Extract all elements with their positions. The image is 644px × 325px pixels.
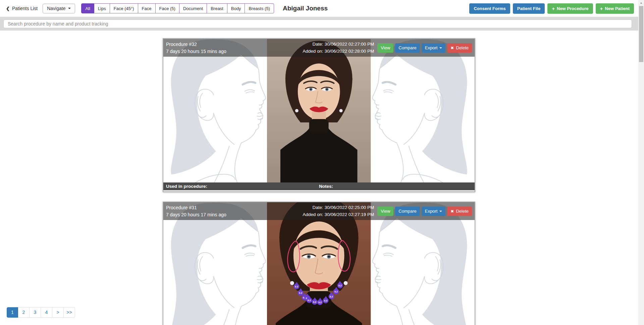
procedure-date: Date: 30/06/2022 02:27:00 PM bbox=[303, 41, 374, 48]
page-button-1[interactable]: 1 bbox=[7, 307, 18, 318]
top-navbar: ❮ Patients List Navigate AllLipsFace (45… bbox=[0, 0, 644, 17]
plus-icon: + bbox=[600, 6, 603, 11]
injection-marker[interactable]: 0.2 bbox=[312, 299, 318, 305]
filter-tab-breasts-5[interactable]: Breasts (5) bbox=[245, 3, 274, 13]
scroll-up-arrow-icon[interactable]: ▲ bbox=[638, 0, 644, 5]
filter-tab-document[interactable]: Document bbox=[179, 3, 207, 13]
navigate-dropdown[interactable]: Navigate bbox=[43, 4, 75, 13]
filter-tab-lips[interactable]: Lips bbox=[94, 3, 110, 13]
injection-marker[interactable]: 0.2 bbox=[306, 297, 312, 303]
procedure-age: 7 days 20 hours 15 mins ago bbox=[166, 48, 303, 55]
x-icon: ✖ bbox=[450, 209, 454, 214]
page-button-[interactable]: > bbox=[52, 307, 64, 318]
procedure-media: 0.20.20.30.20.20.20.20.30.20.20.2 Proced… bbox=[163, 202, 475, 325]
filter-tab-all[interactable]: All bbox=[81, 3, 94, 13]
app: ❮ Patients List Navigate AllLipsFace (45… bbox=[0, 0, 644, 325]
annotation-layer: 0.20.20.30.20.20.20.20.30.20.20.2 bbox=[267, 202, 371, 325]
procedure-added-on: Added on: 30/06/2022 02:27:19 PM bbox=[303, 211, 374, 218]
procedure-media: Procedure #32 7 days 20 hours 15 mins ag… bbox=[163, 39, 475, 182]
filter-tab-face[interactable]: Face bbox=[138, 3, 156, 13]
procedure-age: 7 days 20 hours 17 mins ago bbox=[166, 211, 303, 218]
view-button[interactable]: View bbox=[377, 207, 393, 216]
injection-marker[interactable]: 0.2 bbox=[294, 283, 300, 289]
search-band bbox=[0, 17, 644, 31]
treatment-outline-marks bbox=[267, 202, 371, 325]
export-dropdown[interactable]: Export bbox=[422, 207, 446, 216]
filter-tab-face-45[interactable]: Face (45°) bbox=[110, 3, 138, 13]
patient-photo-annotated[interactable]: 0.20.20.30.20.20.20.20.30.20.20.2 bbox=[267, 202, 371, 325]
caret-down-icon bbox=[439, 47, 442, 49]
search-input[interactable] bbox=[3, 19, 632, 28]
page-button-4[interactable]: 4 bbox=[41, 307, 52, 318]
filter-tab-body[interactable]: Body bbox=[227, 3, 245, 13]
injection-marker[interactable]: 0.2 bbox=[317, 300, 323, 305]
compare-button[interactable]: Compare bbox=[395, 207, 420, 216]
nav-action-buttons: Consent Forms Patient File + New Procedu… bbox=[469, 3, 634, 14]
delete-button[interactable]: ✖ Delete bbox=[447, 43, 472, 53]
injection-marker[interactable]: 0.2 bbox=[333, 289, 339, 294]
navigate-label: Navigate bbox=[47, 6, 65, 11]
procedure-header: Procedure #32 7 days 20 hours 15 mins ag… bbox=[163, 39, 475, 57]
procedure-title: Procedure #31 bbox=[166, 204, 303, 211]
procedure-card-32: Procedure #32 7 days 20 hours 15 mins ag… bbox=[163, 38, 475, 192]
caret-down-icon bbox=[439, 211, 442, 212]
procedure-header: Procedure #31 7 days 20 hours 17 mins ag… bbox=[163, 202, 475, 220]
delete-button[interactable]: ✖ Delete bbox=[447, 207, 472, 216]
silhouette-left-image[interactable] bbox=[163, 202, 267, 325]
patient-photo[interactable] bbox=[267, 39, 371, 182]
chevron-left-icon: ❮ bbox=[6, 6, 10, 11]
pagination: 1234>>> bbox=[7, 307, 75, 318]
patient-file-button[interactable]: Patient File bbox=[513, 3, 545, 14]
filter-tab-face-5[interactable]: Face (5) bbox=[156, 3, 179, 13]
injection-marker[interactable]: 0.3 bbox=[323, 298, 329, 304]
view-button[interactable]: View bbox=[377, 43, 393, 53]
filter-tab-group: AllLipsFace (45°)FaceFace (5)DocumentBre… bbox=[81, 3, 274, 13]
used-in-procedure-label: Used in procedure: bbox=[166, 184, 207, 189]
page-button-[interactable]: >> bbox=[64, 307, 75, 318]
filter-tab-breast[interactable]: Breast bbox=[207, 3, 227, 13]
plus-icon: + bbox=[552, 6, 555, 11]
silhouette-left-image[interactable] bbox=[163, 39, 267, 182]
compare-button[interactable]: Compare bbox=[395, 43, 420, 53]
notes-label: Notes: bbox=[319, 182, 333, 190]
procedure-footer: Used in procedure: Notes: bbox=[163, 182, 475, 190]
procedure-title: Procedure #32 bbox=[166, 41, 303, 48]
procedure-card-31: 0.20.20.30.20.20.20.20.30.20.20.2 Proced… bbox=[163, 202, 475, 325]
injection-marker[interactable]: 0.2 bbox=[337, 283, 343, 288]
injection-marker[interactable]: 0.2 bbox=[328, 294, 334, 300]
vertical-scrollbar[interactable]: ▲ bbox=[638, 0, 644, 325]
page-button-2[interactable]: 2 bbox=[18, 307, 30, 318]
scrollbar-thumb[interactable] bbox=[639, 6, 643, 62]
procedure-added-on: Added on: 30/06/2022 02:28:00 PM bbox=[303, 48, 374, 55]
patients-list-label: Patients List bbox=[12, 6, 38, 11]
caret-down-icon bbox=[68, 8, 71, 9]
silhouette-right-image[interactable] bbox=[371, 202, 475, 325]
patients-list-link[interactable]: ❮ Patients List bbox=[6, 6, 38, 11]
x-icon: ✖ bbox=[450, 46, 454, 50]
new-patient-button[interactable]: + New Patient bbox=[596, 3, 634, 14]
silhouette-right-image[interactable] bbox=[371, 39, 475, 182]
patient-name: Abigail Joness bbox=[283, 5, 328, 12]
page-button-3[interactable]: 3 bbox=[30, 307, 41, 318]
procedure-list: Procedure #32 7 days 20 hours 15 mins ag… bbox=[0, 38, 644, 325]
new-procedure-button[interactable]: + New Procedure bbox=[547, 3, 593, 14]
export-dropdown[interactable]: Export bbox=[422, 43, 446, 53]
consent-forms-button[interactable]: Consent Forms bbox=[469, 3, 510, 14]
procedure-date: Date: 30/06/2022 02:25:00 PM bbox=[303, 204, 374, 211]
